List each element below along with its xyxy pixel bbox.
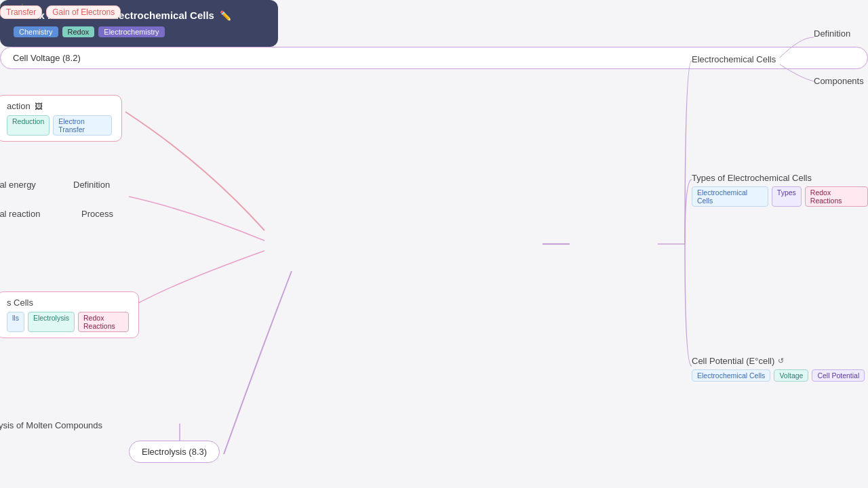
electrolysis-8-3-node[interactable]: Electrolysis (8.3) <box>129 441 220 463</box>
chemical-energy-label: ical energy <box>0 180 36 190</box>
oxidation-title: action <box>7 101 31 111</box>
electrolytic-cells-node[interactable]: s Cells lls Electrolysis Redox Reactions <box>0 291 139 338</box>
electrolytic-cells-title: s Cells <box>7 298 129 308</box>
cell-potential-node[interactable]: Cell Potential (E°cell) ↺ Electrochemica… <box>692 356 865 382</box>
types-electrochemical-label: Types of Electrochemical Cells <box>692 173 868 183</box>
types-electrochemical-node[interactable]: Types of Electrochemical Cells Electroch… <box>692 173 868 207</box>
redox-reactions-subtag[interactable]: Redox Reactions <box>805 186 868 207</box>
oxidation-node[interactable]: action 🖼 Reduction Electron Transfer <box>0 95 122 142</box>
cell-potential-label: Cell Potential (E°cell) ↺ <box>692 356 865 366</box>
types-electrochemical-subtags: Electrochemical Cells Types Redox Reacti… <box>692 186 868 207</box>
chemical-reaction-label: ical reaction <box>0 209 40 219</box>
electron-transfer-tag[interactable]: Electron Transfer <box>53 115 112 136</box>
reduction-tag[interactable]: Reduction <box>7 115 50 136</box>
redox-reactions-tag-left[interactable]: Redox Reactions <box>78 312 129 332</box>
electrochemistry-tag[interactable]: Electrochemistry <box>98 26 164 37</box>
electrochemical-cells-subtag[interactable]: Electrochemical Cells <box>692 186 768 207</box>
cell-potential-subtags: Electrochemical Cells Voltage Cell Poten… <box>692 369 865 382</box>
definition-left-label: Definition <box>73 180 110 190</box>
electrolysis-molten-label: lysis of Molten Compounds <box>0 420 102 430</box>
transfer-tag[interactable]: Transfer <box>0 5 42 19</box>
electrolytic-cells-subtags: lls Electrolysis Redox Reactions <box>7 312 129 332</box>
components-label: Components <box>814 76 864 86</box>
gain-electrons-tag[interactable]: Gain of Electrons <box>46 5 121 19</box>
mind-map-canvas: tion + Transfer Gain of Electrons action… <box>0 0 868 488</box>
voltage-subtag[interactable]: Voltage <box>774 369 808 382</box>
electrochemical-cells-label: Electrochemical Cells <box>692 54 776 64</box>
redox-tag[interactable]: Redox <box>62 26 95 37</box>
types-subtag[interactable]: Types <box>772 186 802 207</box>
process-label: Process <box>81 209 113 219</box>
definition-right-label: Definition <box>814 28 850 39</box>
electrolysis-tag[interactable]: Electrolysis <box>28 312 75 332</box>
top-tags-row: Transfer Gain of Electrons <box>0 5 121 19</box>
document-icon: 🖼 <box>35 102 43 111</box>
electrochemical-cells-subtag2[interactable]: Electrochemical Cells <box>692 369 770 382</box>
ells-tag[interactable]: lls <box>7 312 24 332</box>
oxidation-subtags: Reduction Electron Transfer <box>7 115 112 136</box>
chemistry-tag[interactable]: Chemistry <box>14 26 58 37</box>
cell-potential-subtag[interactable]: Cell Potential <box>812 369 865 382</box>
connections-svg <box>0 0 868 488</box>
edit-pencil-icon[interactable]: ✏️ <box>220 10 231 21</box>
central-node-tags: Chemistry Redox Electrochemistry <box>14 26 264 37</box>
recycle-icon: ↺ <box>778 357 784 365</box>
